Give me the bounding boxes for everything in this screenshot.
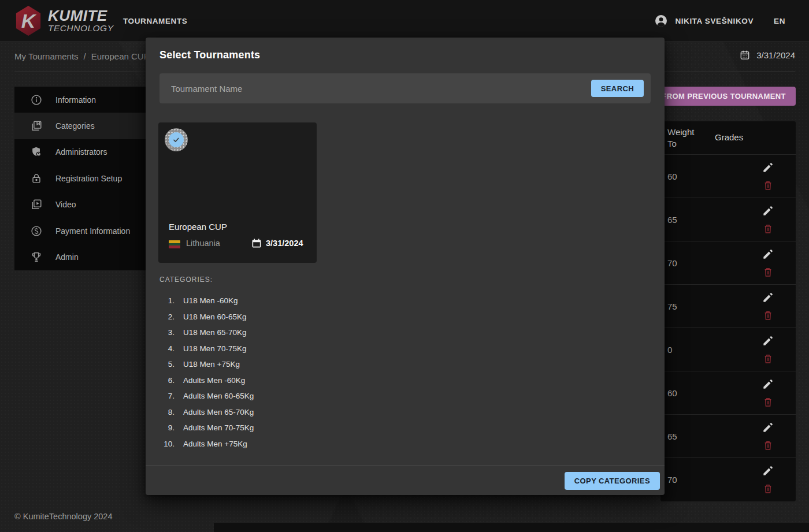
tournament-search-bar: SEARCH — [159, 73, 651, 103]
lock-icon — [30, 172, 43, 185]
edit-button[interactable] — [761, 421, 775, 434]
tournament-name-input[interactable] — [159, 73, 599, 103]
categories-label: CATEGORIES: — [159, 276, 213, 284]
category-list-item: 7. Adults Men 60-65Kg — [159, 388, 254, 404]
tournament-country: Lithuania — [186, 239, 220, 248]
sidebar-item-registration-setup[interactable]: Registration Setup — [14, 165, 146, 191]
sidebar-item-label: Administrators — [55, 147, 107, 157]
table-row: 60 — [660, 154, 796, 198]
table-row: 75 — [660, 284, 796, 328]
sidebar-item-payment-information[interactable]: Payment Information — [14, 218, 146, 244]
row-actions — [761, 334, 775, 366]
delete-button[interactable] — [761, 482, 775, 496]
delete-button[interactable] — [761, 308, 775, 322]
category-name: Adults Men -60Kg — [183, 376, 245, 385]
table-row: 70 — [660, 457, 796, 501]
row-actions — [761, 204, 775, 236]
calendar-icon — [739, 49, 751, 61]
calendar-icon — [251, 237, 262, 249]
tournament-date-picker[interactable]: 3/31/2024 — [739, 49, 795, 61]
info-icon — [30, 94, 43, 106]
edit-button[interactable] — [761, 247, 775, 261]
tournament-card-date: 3/31/2024 — [266, 239, 303, 248]
table-row: 65 — [660, 414, 796, 457]
category-name: Adults Men +75Kg — [183, 440, 247, 448]
breadcrumb-parent[interactable]: My Tournaments — [14, 51, 79, 61]
weight-to-value: 60 — [667, 155, 677, 198]
user-name: NIKITA SVEŠNIKOV — [675, 17, 754, 25]
pencil-icon — [762, 291, 774, 304]
category-name: U18 Men 65-70Kg — [183, 328, 247, 337]
edit-button[interactable] — [761, 204, 775, 218]
edit-button[interactable] — [761, 161, 775, 174]
trash-icon — [762, 483, 774, 494]
pencil-icon — [762, 334, 774, 347]
brand-letter: K — [14, 6, 42, 36]
category-number: 5. — [159, 360, 175, 369]
column-header-weight-to: Weight To — [660, 121, 702, 154]
weight-to-value: 75 — [667, 285, 677, 328]
sidebar-item-label: Information — [55, 95, 96, 105]
categories-table-body: 60 65 — [660, 154, 796, 501]
user-menu[interactable]: NIKITA SVEŠNIKOV — [654, 0, 754, 42]
sidebar-item-administrators[interactable]: Administrators — [14, 139, 146, 165]
category-list-item: 1. U18 Men -60Kg — [159, 293, 254, 309]
avatar-icon — [654, 14, 668, 28]
row-actions — [761, 377, 775, 409]
sidebar-item-video[interactable]: Video — [14, 192, 146, 218]
category-name: Adults Men 60-65Kg — [183, 392, 254, 400]
table-row: 70 — [660, 241, 796, 284]
weight-to-value: 60 — [667, 371, 677, 415]
delete-button[interactable] — [761, 395, 775, 409]
language-switch[interactable]: EN — [774, 0, 785, 42]
category-name: Adults Men 70-75Kg — [183, 423, 254, 432]
edit-button[interactable] — [761, 377, 775, 391]
category-number: 4. — [159, 344, 175, 353]
row-actions — [761, 291, 775, 322]
categories-table-header: Weight To Grades — [660, 121, 796, 154]
search-button[interactable]: SEARCH — [591, 80, 644, 97]
category-list-item: 9. Adults Men 70-75Kg — [159, 420, 254, 436]
column-header-grades: Grades — [702, 121, 743, 154]
delete-button[interactable] — [761, 178, 775, 192]
trash-icon — [762, 180, 774, 191]
sidebar-item-label: Video — [55, 200, 76, 209]
tournament-meta: Lithuania 3/31/2024 — [169, 237, 307, 252]
trash-icon — [762, 396, 774, 408]
edit-button[interactable] — [761, 291, 775, 304]
sidebar-item-information[interactable]: Information — [14, 87, 146, 113]
trash-icon — [762, 310, 774, 321]
category-number: 9. — [159, 423, 175, 432]
selected-badge[interactable] — [165, 128, 188, 151]
delete-button[interactable] — [761, 438, 775, 452]
categories-table: Weight To Grades 60 65 — [660, 121, 796, 501]
weight-to-value: 70 — [667, 458, 677, 501]
tournament-date: 3/31/2024 — [756, 50, 795, 60]
sidebar-item-label: Payment Information — [55, 226, 130, 236]
delete-button[interactable] — [761, 222, 775, 236]
bookmark-icon — [30, 120, 43, 132]
copyright: © KumiteTechnology 2024 — [14, 512, 112, 521]
category-list-item: 3. U18 Men 65-70Kg — [159, 325, 254, 341]
brand-subtitle: TECHNOLOGY — [48, 23, 114, 34]
breadcrumb-separator: / — [84, 51, 86, 61]
edit-button[interactable] — [761, 464, 775, 478]
delete-button[interactable] — [761, 352, 775, 366]
weight-to-value: 70 — [667, 241, 677, 285]
category-name: U18 Men -60Kg — [183, 296, 238, 305]
brand-hexagon-icon: K — [14, 6, 42, 36]
sidebar-item-admin[interactable]: Admin — [14, 244, 146, 270]
pencil-icon — [762, 378, 774, 390]
category-list-item: 5. U18 Men +75Kg — [159, 356, 254, 373]
category-number: 8. — [159, 408, 175, 416]
pencil-icon — [762, 204, 774, 217]
category-name: U18 Men 70-75Kg — [183, 344, 247, 353]
edit-button[interactable] — [761, 334, 775, 348]
nav-tournaments[interactable]: TOURNAMENTS — [123, 0, 187, 42]
modal-title: Select Tournaments — [159, 49, 260, 61]
tournament-name: European CUP — [169, 222, 227, 232]
copy-categories-button[interactable]: COPY CATEGORIES — [565, 472, 660, 490]
sidebar-item-categories[interactable]: Categories — [14, 113, 146, 139]
tournament-card[interactable]: European CUP Lithuania 3/31/2024 — [158, 122, 317, 263]
delete-button[interactable] — [761, 265, 775, 279]
